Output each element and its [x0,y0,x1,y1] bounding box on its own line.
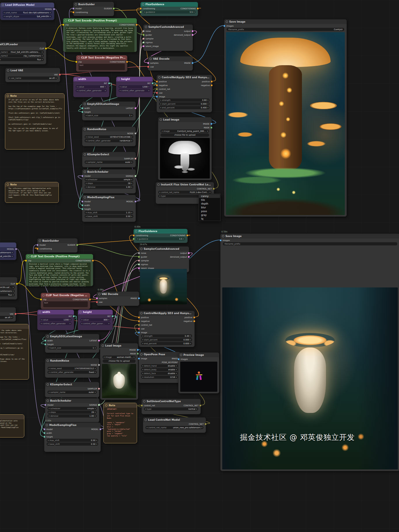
collapse-dot-icon[interactable] [84,153,86,156]
combo-prev-arrow-icon[interactable]: ◀ [85,136,87,138]
combo-prev-arrow-icon[interactable]: ◀ [85,115,87,116]
combo-prev-arrow-icon[interactable]: ◀ [48,368,50,369]
collapse-dot-icon[interactable] [39,240,41,242]
combo-next-arrow-icon[interactable]: ▶ [131,115,132,116]
node-header[interactable]: Save Image [224,19,347,24]
output-slot-dot[interactable] [45,48,47,50]
widget-base_shift[interactable]: ◀base_shift0.50▶ [47,442,98,446]
output-slot-dot[interactable] [134,107,136,109]
combo-next-arrow-icon[interactable]: ▶ [131,136,132,138]
random-noise-1[interactable]: RandomNoiseNOISE◀noise_seed1078547336120… [82,127,136,146]
output-slot-dot[interactable] [98,404,100,406]
combo-prev-arrow-icon[interactable]: ◀ [142,339,143,340]
combo-prev-arrow-icon[interactable]: ◀ [81,319,82,320]
node-header[interactable]: Load ControlNet Model [143,418,206,422]
combo-prev-arrow-icon[interactable]: ◀ [144,11,145,13]
output-slot-SAMPLER[interactable]: SAMPLER [88,388,100,390]
collapse-dot-icon[interactable] [42,294,45,296]
widget-value[interactable]: ◀value800▶ [76,85,107,88]
collapse-dot-icon[interactable] [39,311,41,313]
combo-next-arrow-icon[interactable]: ▶ [12,252,13,253]
combo-next-arrow-icon[interactable]: ▶ [50,16,51,17]
node-header[interactable]: InstantX Flux Union ControlNet Loader [156,182,214,187]
combo-next-arrow-icon[interactable]: ▶ [176,376,177,378]
collapse-dot-icon[interactable] [65,19,67,22]
output-slot-SAMPLER[interactable]: SAMPLER [124,158,136,160]
combo-next-arrow-icon[interactable]: ▶ [196,408,197,410]
combo-next-arrow-icon[interactable]: ▶ [131,183,132,184]
height-1[interactable]: heightINT◀value1200▶◀control_after_gener… [116,76,153,97]
output-slot-dot[interactable] [192,62,194,64]
combo-prev-arrow-icon[interactable]: ◀ [85,161,87,163]
upload-button[interactable]: choose file to upload [161,133,209,137]
output-slot-negative[interactable]: negative [183,320,195,323]
widget-value[interactable]: ◀value1200▶ [40,318,72,321]
note-3[interactable]: NoteIf you get an error in any of the no… [0,324,29,380]
collapse-dot-icon[interactable] [180,354,182,356]
output-slot-dot[interactable] [188,252,190,254]
load-controlnet-model[interactable]: Load ControlNet ModelCONTROL_NET◀control… [143,417,206,433]
dropdown-option-depth[interactable]: depth [199,202,220,205]
widget-guidance[interactable]: ◀guidance3.5▶ [143,10,196,14]
width-2[interactable]: widthINT◀value1200▶◀control_after_genera… [37,309,74,330]
combo-next-arrow-icon[interactable]: ▶ [13,287,14,288]
load-image-2[interactable]: Load ImageIMAGEMASK◀imagewoman-medit...▶… [100,343,138,400]
input-slot-dot[interactable] [96,301,98,303]
widget-clip_name2[interactable]: ◀clip_name2clip_l.safetensors▶ [0,289,15,293]
collapse-dot-icon[interactable] [140,312,143,314]
combo-next-arrow-icon[interactable]: ▶ [96,440,97,441]
output-slot-dot[interactable] [210,123,212,125]
dropdown-option-blur[interactable]: blur [199,205,220,209]
input-slot-dot[interactable] [81,175,83,177]
prompt-textarea[interactable]: A whimsical fantasy scene featuring a to… [65,27,134,52]
input-slot-vae[interactable]: vae [156,92,163,94]
combo-next-arrow-icon[interactable]: ▶ [95,347,96,349]
widget-detect_hand[interactable]: ◀detect_handdisable▶ [141,364,178,367]
combo-next-arrow-icon[interactable]: ▶ [95,368,96,369]
combo-next-arrow-icon[interactable]: ▶ [70,319,71,320]
output-slot-MASK[interactable]: MASK [204,127,212,129]
load-vae-2[interactable]: Load VAEVAE◀vae_nameae.sft▶ [0,307,16,322]
widget-weight_dtype[interactable]: ◀weight_dtypefp8_e4m3fn▶ [3,15,52,18]
input-slot-dot[interactable] [156,81,158,83]
widget-steps[interactable]: ◀steps28▶ [85,182,133,185]
input-slot-noise[interactable]: noise [143,30,151,32]
output-slot-IMAGE[interactable]: IMAGE [184,62,194,64]
output-slot-GUIDER[interactable]: GUIDER [104,8,115,10]
input-slot-sigmas[interactable]: sigmas [138,263,148,266]
output-slot-dot[interactable] [192,30,194,32]
widget-scheduler[interactable]: ◀schedulersimple▶ [85,178,133,181]
combo-next-arrow-icon[interactable]: ▶ [95,411,96,413]
ksampler-select-1[interactable]: KSamplerSelectSAMPLER◀sampler_nameeuler▶ [82,152,136,167]
controlnet-apply-2[interactable]: ControlNetApply SD3 and HunyuanDiTpositi… [139,311,195,347]
widget-end_percent[interactable]: ◀end_percent0.600▶ [141,342,192,345]
output-slot-dot[interactable] [197,8,199,10]
collapse-dot-icon[interactable] [102,345,104,347]
input-slot-dot[interactable] [43,428,45,430]
input-slot-image[interactable]: image [138,358,147,360]
output-slot-dot[interactable] [152,82,154,84]
node-header[interactable]: height [78,310,113,314]
node-header[interactable]: Note [0,324,29,329]
input-slot-dot[interactable] [75,61,77,63]
combo-prev-arrow-icon[interactable]: ◀ [81,323,82,324]
output-slot-dot[interactable] [113,8,115,10]
dropdown-option-pose[interactable]: pose [199,209,220,213]
input-slot-dot[interactable] [81,204,83,206]
combo-next-arrow-icon[interactable]: ▶ [11,317,12,318]
output-slot-CONDITIONING[interactable]: CONDITIONING [73,298,91,301]
input-slot-width[interactable]: width [44,340,53,342]
output-slot-dot[interactable] [134,175,136,177]
node-header[interactable]: VAE Decode [148,57,193,61]
input-slot-dot[interactable] [147,66,149,68]
combo-next-arrow-icon[interactable]: ▶ [207,130,208,132]
collapse-dot-icon[interactable] [47,360,49,362]
widget-denoise[interactable]: ◀denoise1.00▶ [85,185,133,189]
prompt-textarea[interactable]: The reference sampling implementation au… [8,187,56,201]
node-header[interactable]: VAE Decode [97,292,139,296]
node-header[interactable]: CLIP Text Encode (Positive Prompt) [63,18,137,23]
output-slot-CONTROL_NET[interactable]: CONTROL_NET [183,405,201,407]
widget-sampler_name[interactable]: ◀sampler_nameeuler▶ [48,391,97,394]
widget-input-dot[interactable] [133,238,135,240]
model-sampling-flux-2[interactable]: 0.00sModelSamplingFluxmodelMODELwidthhei… [44,422,101,452]
